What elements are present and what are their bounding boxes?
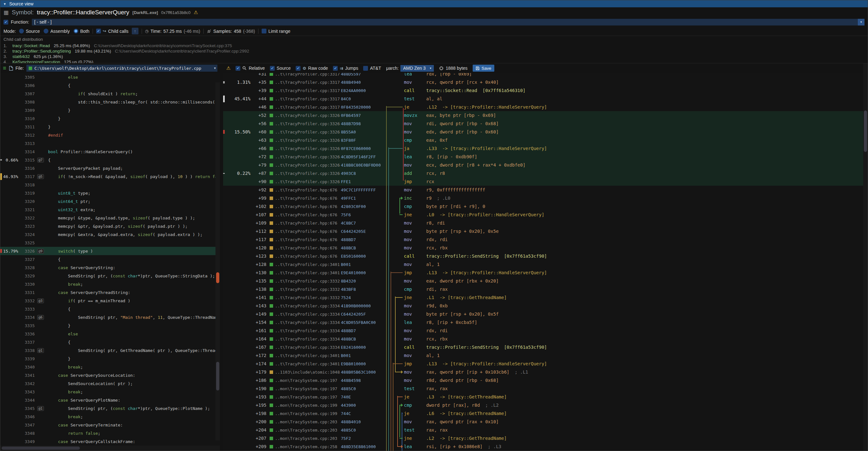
att-checkbox[interactable]	[363, 66, 368, 71]
source-checkbox[interactable]: ✔	[270, 66, 275, 71]
asm-instruction-row[interactable]: +107..t\TracyProfiler.hpp:67675F6jne.L0 …	[223, 211, 863, 219]
source-line[interactable]: 3310 }	[0, 114, 220, 123]
source-line[interactable]: 3318	[0, 181, 220, 189]
child-calls-checkbox[interactable]: ✔	[96, 29, 101, 33]
uarch-select[interactable]: AMD Zen 3 ▼	[400, 65, 434, 72]
scrollbar-grab[interactable]	[2, 447, 80, 450]
source-line[interactable]: 3346 break;	[0, 413, 220, 421]
scrollbar-grab[interactable]	[864, 111, 867, 152]
mode-option-assembly[interactable]: Assembly	[43, 29, 70, 34]
asm-instruction-row[interactable]: +31..t\TracyProfiler.cpp:3317488D5597lea…	[223, 73, 863, 78]
chevron-down-icon[interactable]: ▼	[858, 19, 865, 26]
titlebar[interactable]: ▼ Source view	[0, 0, 868, 7]
asm-instruction-row[interactable]: +141..t\TracyProfiler.cpp:33327524jne.L1…	[223, 293, 863, 302]
source-line[interactable]: 3320 uint64_t ptr;	[0, 197, 220, 205]
asm-instruction-row[interactable]: +143..t\TracyProfiler.cpp:333441B90B0000…	[223, 302, 863, 310]
source-line[interactable]: 3342 SendSourceLocation( ptr );	[0, 379, 220, 388]
source-line[interactable]: 3343 break;	[0, 388, 220, 396]
asm-instruction-row[interactable]: +193..mon\TracySystem.cpp:197740Eje.L3 -…	[223, 393, 863, 401]
file-list-icon[interactable]: ≡	[3, 65, 6, 72]
raw-code-checkbox[interactable]: ✔	[296, 66, 301, 71]
limit-range-checkbox[interactable]	[261, 29, 267, 33]
child-calls-toggle[interactable]: ✔ ↪ Child calls	[96, 29, 129, 34]
asm-instruction-row[interactable]: +190..mon\TracySystem.cpp:1974885C0testr…	[223, 385, 863, 393]
asm-instruction-row[interactable]: +195..mon\TracySystem.cpp:199443900cmpdw…	[223, 401, 863, 409]
source-toggle[interactable]: ✔ Source	[270, 66, 290, 71]
source-line[interactable]: 3338@1 SendString( ptr, GetThreadName( p…	[0, 346, 220, 355]
source-line[interactable]: 3322 memcpy( &type, &payload.type, sizeo…	[0, 214, 220, 222]
asm-instruction-row[interactable]: +109..t\TracyProfiler.hpp:6764C8BC7movr8…	[223, 219, 863, 227]
asm-instruction-row[interactable]: +102..t\TracyProfiler.hpp:67642803C0F00c…	[223, 202, 863, 211]
asm-instruction-row[interactable]: 45.41%+44..t\TracyProfiler.cpp:331784C0t…	[223, 95, 863, 103]
asm-instruction-row[interactable]: +200..mon\TracySystem.cpp:203488B4010mov…	[223, 418, 863, 426]
asm-instruction-row[interactable]: +52..t\TracyProfiler.cpp:33260FB64597mov…	[223, 111, 863, 119]
asm-instruction-row[interactable]: +92..t\TracyProfiler.hpp:67649C7C1FFFFFF…	[223, 186, 863, 194]
asm-instruction-row[interactable]: +204..mon\TracySystem.cpp:2034885C0testr…	[223, 426, 863, 434]
asm-instruction-row[interactable]: +63..t\TracyProfiler.cpp:332683F80Fcmpea…	[223, 136, 863, 144]
window-vertical-scrollbar[interactable]	[863, 63, 868, 451]
source-line[interactable]: 0.66%3315@7{	[0, 156, 220, 164]
asm-instruction-row[interactable]: +79..t\TracyProfiler.cpp:3326418B8C80E0B…	[223, 161, 863, 169]
source-line[interactable]: 3336 else	[0, 330, 220, 338]
source-line[interactable]: 3337 {	[0, 338, 220, 346]
source-vertical-scrollbar[interactable]	[216, 83, 220, 441]
asm-instruction-row[interactable]: +46..t\TracyProfiler.cpp:33170F843502000…	[223, 103, 863, 111]
source-line[interactable]: 3341 case ServerQuerySourceLocation:	[0, 371, 220, 379]
assembly-view[interactable]: +31..t\TracyProfiler.cpp:3317488D5597lea…	[223, 73, 863, 451]
asm-instruction-row[interactable]: +99..t\TracyProfiler.hpp:67649FFC1incr9 …	[223, 194, 863, 202]
source-line[interactable]: 3347 case ServerQueryTerminate:	[0, 421, 220, 429]
child-call-row[interactable]: 4.KeSynchronizeExecution125 μs (0.27%)	[3, 59, 865, 63]
source-horizontal-scrollbar[interactable]	[0, 446, 220, 451]
source-line[interactable]: 3313	[0, 139, 220, 147]
source-line[interactable]: 3344 case ServerQueryPlotName:	[0, 396, 220, 404]
jumps-toggle[interactable]: ✔ ⇉ Jumps	[333, 66, 358, 71]
asm-instruction-row[interactable]: +72..t\TracyProfiler.cpp:33264C8D05F146F…	[223, 153, 863, 161]
source-line[interactable]: 3327 {	[0, 255, 220, 263]
save-button[interactable]: Save	[473, 65, 494, 72]
source-line[interactable]: 3308 std::this_thread::sleep_for( std::c…	[0, 98, 220, 106]
asm-instruction-row[interactable]: +198..mon\TracySystem.cpp:199744Cje.L6 -…	[223, 409, 863, 418]
relative-checkbox[interactable]: ✔	[236, 66, 240, 71]
asm-instruction-row[interactable]: +172..t\TracyProfiler.cpp:3401B001moval,…	[223, 351, 863, 360]
source-line[interactable]: 3345@1 SendString( ptr, (const char*)ptr…	[0, 404, 220, 413]
asm-instruction-row[interactable]: +161..t\TracyProfiler.cpp:3334488BD7movr…	[223, 327, 863, 335]
asm-instruction-row[interactable]: +174..t\TracyProfiler.cpp:3401E9B8010000…	[223, 360, 863, 368]
asm-instruction-row[interactable]: +120..t\TracyProfiler.hpp:676488BCBmovrc…	[223, 244, 863, 252]
asm-instruction-row[interactable]: 1.31%+35..t\TracyProfiler.cpp:3317488B49…	[223, 78, 863, 86]
source-line[interactable]: 3314bool Profiler::HandleServerQuery()	[0, 147, 220, 156]
source-line[interactable]: 3323 memcpy( &ptr, &payload.ptr, sizeof(…	[0, 222, 220, 230]
child-call-row[interactable]: 2.tracy::Profiler::SendLongString19.88 m…	[3, 49, 865, 54]
relative-toggle[interactable]: ✔ Relative	[236, 66, 265, 71]
asm-instruction-row[interactable]: 0.22%+87..t\TracyProfiler.cpp:33264903C8…	[223, 169, 863, 177]
source-line[interactable]: 46.93%3317@5 if( !m_sock->Read( &payload…	[0, 172, 220, 181]
asm-instruction-row[interactable]: +130..t\TracyProfiler.cpp:3401E9E4010000…	[223, 269, 863, 277]
chevron-down-icon[interactable]: ▼	[214, 66, 216, 70]
source-line[interactable]: 15.79%3326@9 switch( type )	[0, 247, 220, 255]
asm-instruction-row[interactable]: +117..t\TracyProfiler.hpp:676488BD7movrd…	[223, 235, 863, 244]
source-line[interactable]: 3331 case ServerQueryThreadString:	[0, 288, 220, 297]
asm-instruction-row[interactable]: +90..t\TracyProfiler.cpp:3326FFE1jmprcx	[223, 177, 863, 186]
source-line[interactable]: 3312#endif	[0, 131, 220, 139]
source-line[interactable]: 3305 else	[0, 73, 220, 81]
source-line[interactable]: 3329 SendString( ptr, (const char*)ptr, …	[0, 272, 220, 280]
limit-range-toggle[interactable]: Limit range	[261, 29, 290, 34]
asm-instruction-row[interactable]: +154..t\TracyProfiler.cpp:33344C8D055FBA…	[223, 318, 863, 327]
function-checkbox[interactable]: ✔	[3, 20, 8, 25]
source-line[interactable]: 3334@6 SendString( ptr, "Main thread", 1…	[0, 313, 220, 321]
source-line[interactable]: 3332@3 if( ptr == m_mainThread )	[0, 297, 220, 305]
asm-instruction-row[interactable]: +39..t\TracyProfiler.cpp:3317E824AA0000c…	[223, 86, 863, 95]
source-line[interactable]: 3324 memcpy( &extra, &payload.extra, siz…	[0, 230, 220, 239]
source-line[interactable]: 3335 }	[0, 321, 220, 330]
asm-instruction-row[interactable]: +209..mon\TracySystem.cpp:258488D35E8861…	[223, 442, 863, 451]
child-call-row[interactable]: 1.tracy::Socket::Read25.25 ms (54.89%)C:…	[3, 43, 865, 49]
propagate-up-button[interactable]: ↑	[132, 28, 138, 34]
asm-instruction-row[interactable]: +66..t\TracyProfiler.cpp:33260F87CE06000…	[223, 144, 863, 153]
collapse-icon[interactable]: ▼	[3, 2, 6, 6]
asm-instruction-row[interactable]: +138..t\TracyProfiler.cpp:3332483BF8cmpr…	[223, 285, 863, 293]
source-line[interactable]: 3319 uint8_t type;	[0, 189, 220, 197]
source-line[interactable]: 3328 case ServerQueryString:	[0, 263, 220, 272]
asm-instruction-row[interactable]: +164..t\TracyProfiler.cpp:3334488BCBmovr…	[223, 335, 863, 343]
asm-instruction-row[interactable]: +149..t\TracyProfiler.cpp:3334C64424205F…	[223, 310, 863, 318]
source-line[interactable]: 3321 uint32_t extra;	[0, 205, 220, 214]
asm-instruction-row[interactable]: +207..mon\TracySystem.cpp:20375F2jne.L2 …	[223, 434, 863, 442]
